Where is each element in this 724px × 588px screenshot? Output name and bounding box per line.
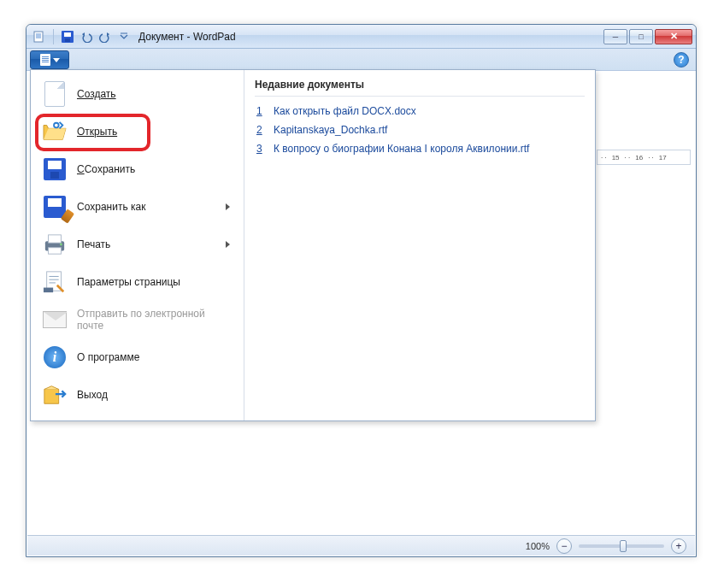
file-tab-icon [40,54,50,66]
menu-new[interactable]: Создать [34,75,240,113]
undo-icon[interactable] [79,29,94,44]
save-icon[interactable] [60,29,75,44]
quick-access-toolbar [32,29,132,44]
menu-label: Создать [77,88,233,100]
wordpad-window: Документ - WordPad ─ □ ✕ ? · · 15 · · 16… [26,24,697,557]
svg-point-5 [54,123,59,128]
file-menu-commands: Создать Открыть Сdocument.currentScript.… [31,70,244,420]
zoom-slider[interactable] [579,544,664,548]
svg-rect-0 [34,32,43,42]
minimize-button[interactable]: ─ [603,29,627,44]
recent-item-name: Kapitanskaya_Dochka.rtf [274,124,387,136]
maximize-button[interactable]: □ [629,29,653,44]
menu-label: Сdocument.currentScript.previousElementS… [77,163,233,175]
submenu-arrow-icon [226,241,230,248]
recent-document-item[interactable]: 3 К вопросу о биографии Конана I короля … [255,139,585,158]
menu-save-as[interactable]: Сохранить как [34,188,240,226]
recent-documents-header: Недавние документы [255,79,585,97]
menu-label: Выход [77,389,233,401]
svg-rect-3 [65,38,70,42]
recent-document-item[interactable]: 1 Как открыть файл DOCX.docx [255,102,585,121]
recent-item-number: 3 [256,143,265,155]
page-setup-icon [41,268,68,296]
menu-print[interactable]: Печать [34,226,240,263]
mail-icon [41,306,68,333]
svg-rect-7 [49,235,62,243]
close-button[interactable]: ✕ [655,29,692,44]
recent-document-item[interactable]: 2 Kapitanskaya_Dochka.rtf [255,121,585,139]
zoom-in-button[interactable]: + [671,538,686,554]
save-as-icon [41,193,68,220]
menu-open[interactable]: Открыть [34,113,240,150]
new-document-icon [41,80,68,108]
menu-label: Параметры страницы [77,276,233,288]
status-bar: 100% − + [27,535,695,556]
ruler-mark: 17 [659,154,667,162]
svg-point-9 [60,244,62,246]
qat-customize-icon[interactable] [116,29,132,44]
menu-exit[interactable]: Выход [34,376,240,414]
menu-save[interactable]: Сdocument.currentScript.previousElementS… [34,150,240,188]
recent-item-name: Как открыть файл DOCX.docx [274,105,416,117]
chevron-down-icon [53,58,60,62]
menu-label: Сохранить как [77,201,217,213]
recent-item-number: 1 [256,105,265,117]
menu-page-setup[interactable]: Параметры страницы [34,263,240,301]
recent-item-name: К вопросу о биографии Конана I короля Ак… [274,143,529,155]
printer-icon [41,231,68,258]
slider-thumb[interactable] [620,540,627,552]
qat-separator [53,29,54,44]
file-menu: Создать Открыть Сdocument.currentScript.… [30,69,596,421]
ruler: · · 15 · · 16 · · 17 [597,150,691,165]
app-icon [32,29,47,44]
menu-about[interactable]: i О программе [34,338,240,376]
zoom-out-button[interactable]: − [556,538,572,554]
svg-rect-11 [44,288,53,293]
recent-item-number: 2 [256,124,265,136]
folder-open-icon [41,118,68,145]
ribbon-tabs: ? [26,49,696,71]
save-icon [41,156,68,183]
menu-label: Отправить по электронной почте [77,308,233,332]
menu-send-email: Отправить по электронной почте [34,301,240,338]
menu-label: О программе [77,351,233,363]
exit-icon [41,381,68,409]
ruler-mark: 15 [612,154,620,162]
window-title: Документ - WordPad [138,31,236,43]
recent-documents-panel: Недавние документы 1 Как открыть файл DO… [244,70,595,420]
zoom-level: 100% [526,541,550,551]
help-button[interactable]: ? [674,52,689,68]
svg-rect-2 [64,32,71,37]
submenu-arrow-icon [226,203,230,210]
info-icon: i [41,344,68,371]
redo-icon[interactable] [97,29,113,44]
titlebar: Документ - WordPad ─ □ ✕ [26,25,696,49]
menu-label: Печать [77,238,217,250]
svg-rect-8 [49,248,62,254]
window-controls: ─ □ ✕ [603,29,692,44]
menu-label: Открыть [77,126,233,138]
file-tab[interactable] [30,50,69,69]
ruler-mark: 16 [635,154,643,162]
